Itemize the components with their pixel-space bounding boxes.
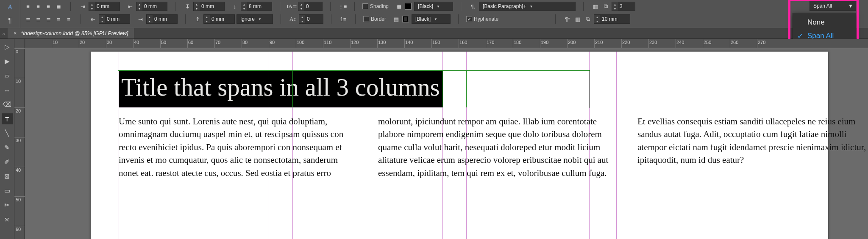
indent-left-field[interactable]: ▲▼ <box>89 2 120 11</box>
space-between-icon: ↕ <box>231 2 239 11</box>
pencil-tool-icon[interactable]: ✐ <box>2 157 13 168</box>
span-columns-select[interactable]: Span All▼ <box>810 1 856 11</box>
page-tool-icon[interactable]: ▱ <box>2 70 13 81</box>
para-style-clear-icon[interactable]: ¶. <box>469 2 477 11</box>
span-option-none[interactable]: None <box>793 16 856 29</box>
columns-bridge-icon[interactable]: ⧉ <box>601 2 610 11</box>
title-text[interactable]: Title that spans in all 3 columns <box>119 71 442 107</box>
hyphenate-label: Hyphenate <box>474 16 498 22</box>
vertical-ruler[interactable]: 0102030405060 <box>14 48 25 239</box>
page: Title that spans in all 3 columns Ume su… <box>91 52 828 239</box>
title-text-frame[interactable]: Title that spans in all 3 columns <box>119 71 589 107</box>
shading-fill-swatch[interactable] <box>405 3 412 10</box>
align-left-icon[interactable]: ≡ <box>24 2 32 11</box>
workspace: ▷ ▶ ▱ ↔ ⌫ T ╲ ✎ ✐ ⊠ ▭ ✂ ⤧ 10203040506070… <box>0 39 868 239</box>
bullets-icon[interactable]: ⋮≡ <box>338 2 347 11</box>
toolbar-row-1: ≡ ≡ ≡ ≣ ⇥ ▲▼ ⇤ ▲▼ <box>20 0 868 13</box>
border-checkbox[interactable] <box>363 16 369 22</box>
numbering-icon[interactable]: 1≡ <box>339 15 348 23</box>
character-mode-icon[interactable]: A <box>6 3 15 12</box>
para-style-override-icon[interactable]: ¶* <box>563 15 572 23</box>
border-stroke-select[interactable]: [Black]▼ <box>412 14 451 24</box>
border-options-icon[interactable]: ▦ <box>392 15 401 23</box>
selection-tool-icon[interactable]: ▷ <box>2 41 13 52</box>
space-after-field[interactable]: ▲▼ <box>203 14 235 24</box>
paragraph-control-panel: A ¶ ≡ ≡ ≡ ≣ ⇥ ▲▼ ⇤ ▲▼ <box>0 0 868 28</box>
pen-tool-icon[interactable]: ✎ <box>2 142 13 153</box>
align-right-icon[interactable]: ≡ <box>44 2 53 11</box>
indent-first-field[interactable]: ▲▼ <box>136 2 167 11</box>
shading-fill-select[interactable]: [Black]▼ <box>414 2 453 11</box>
justify-center-icon[interactable]: ≣ <box>34 15 42 23</box>
tabbar-handle-icon[interactable]: ›› <box>0 31 8 36</box>
panel-mode-column: A ¶ <box>0 0 20 28</box>
indent-left-icon: ⇥ <box>78 2 87 11</box>
align-center-icon[interactable]: ≡ <box>34 2 42 11</box>
border-stroke-swatch[interactable] <box>402 16 409 22</box>
gap-tool-icon[interactable]: ↔ <box>2 85 13 96</box>
line-tool-icon[interactable]: ╲ <box>2 128 13 139</box>
paragraph-style-select[interactable]: [Basic Paragraph]+▼ <box>479 2 576 11</box>
direct-selection-tool-icon[interactable]: ▶ <box>2 56 13 67</box>
ruler-origin-icon[interactable] <box>14 39 25 48</box>
body-text[interactable]: Ume sunto qui sunt. Lorenis aute nest, q… <box>119 115 868 179</box>
align-away-spine-icon[interactable]: ≡ <box>64 15 73 23</box>
tools-panel: ▷ ▶ ▱ ↔ ⌫ T ╲ ✎ ✐ ⊠ ▭ ✂ ⤧ <box>0 39 14 239</box>
space-after-icon: ↥ <box>193 15 202 23</box>
columns-2-icon[interactable]: ▥ <box>573 15 582 23</box>
columns-bridge2-icon[interactable]: ⧉ <box>584 15 592 23</box>
document-tabbar: ›› × *indesign-column.indd @ 85% [GPU Pr… <box>0 28 868 39</box>
indent-first-icon: ⇤ <box>126 2 134 11</box>
space-between-field[interactable]: ▲▼ <box>241 2 272 11</box>
toolbar-row-2: ≣ ≣ ≣ ≡ ≡ ⇤ ▲▼ ⇥ ▲▼ <box>20 13 868 25</box>
paragraph-mode-icon[interactable]: ¶ <box>6 16 15 25</box>
body-paragraph: Ume sunto qui sunt. Lorenis aute nest, q… <box>119 115 868 179</box>
columns-1-icon[interactable]: ▥ <box>591 2 600 11</box>
border-label: Border <box>371 16 386 22</box>
indent-right-field[interactable]: ▲▼ <box>99 14 130 24</box>
span-columns-area: Span All▼ None Span All Span 2 Span 3 Sp… <box>810 1 856 11</box>
dropcap-chars-icon: A↕ <box>289 15 297 23</box>
justify-left-icon[interactable]: ≣ <box>54 2 63 11</box>
dropcap-lines-icon: tA≣ <box>288 2 296 11</box>
scissors-tool-icon[interactable]: ✂ <box>2 200 13 211</box>
space-between-mode-select[interactable]: Ignore▼ <box>236 14 273 24</box>
space-before-icon: ↧ <box>183 2 192 11</box>
rectangle-tool-icon[interactable]: ▭ <box>2 185 13 196</box>
indent-right-icon: ⇤ <box>89 15 97 23</box>
columns-count-field[interactable]: ▲▼ <box>612 2 635 11</box>
indent-last-field[interactable]: ▲▼ <box>146 14 178 24</box>
justify-full-icon[interactable]: ≣ <box>24 15 32 23</box>
document-tab-label: *indesign-column.indd @ 85% [GPU Preview… <box>21 30 128 36</box>
close-tab-icon[interactable]: × <box>14 30 17 36</box>
type-tool-icon[interactable]: T <box>2 113 13 124</box>
dropcap-lines-field[interactable]: ▲▼ <box>298 2 323 11</box>
columns-gap-field[interactable]: ▲▼ <box>594 14 630 24</box>
horizontal-ruler[interactable]: 1020304050607080901001101201301401501601… <box>25 39 868 48</box>
shading-checkbox[interactable] <box>362 3 368 9</box>
rectangle-frame-tool-icon[interactable]: ⊠ <box>2 171 13 182</box>
shading-options-icon[interactable]: ▦ <box>395 2 403 11</box>
free-transform-tool-icon[interactable]: ⤧ <box>2 214 13 225</box>
document-area[interactable]: 1020304050607080901001101201301401501601… <box>14 39 868 239</box>
indent-last-icon: ⇥ <box>136 15 145 23</box>
dropcap-chars-field[interactable]: ▲▼ <box>299 14 323 24</box>
document-tab[interactable]: × *indesign-column.indd @ 85% [GPU Previ… <box>8 28 134 38</box>
hyphenate-checkbox[interactable] <box>466 16 472 22</box>
shading-label: Shading <box>370 3 389 9</box>
space-before-field[interactable]: ▲▼ <box>193 2 225 11</box>
content-collector-icon[interactable]: ⌫ <box>2 99 13 110</box>
align-spine-icon[interactable]: ≡ <box>54 15 63 23</box>
justify-right-icon[interactable]: ≣ <box>44 15 53 23</box>
